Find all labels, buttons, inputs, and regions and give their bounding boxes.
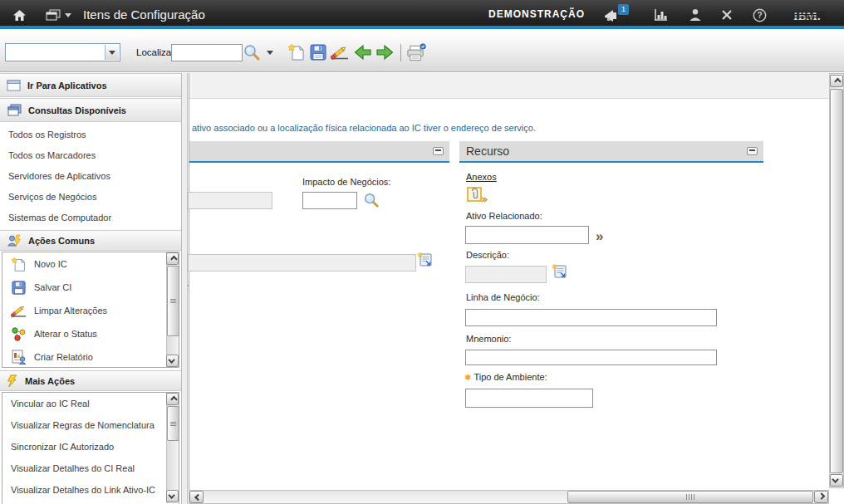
description-label: Descrição: [466, 250, 509, 260]
profile-icon[interactable] [686, 7, 704, 23]
ibm-logo: IBM. [792, 7, 827, 23]
sidebar-header-common-actions[interactable]: Ações Comuns [0, 230, 181, 251]
service-address-hint: ativo associado ou a localização física … [192, 123, 536, 133]
window-icon [7, 80, 21, 91]
description-readonly-field [465, 266, 547, 283]
left-panel-readonly-field-long [188, 254, 416, 272]
scrollbar-thumb[interactable] [567, 491, 813, 503]
action-view-naming-rules[interactable]: Visualizar Regras de Nomenclatura [2, 414, 179, 436]
business-line-label: Linha de Negócio: [466, 292, 540, 302]
action-view-asset-ci-link-details[interactable]: Visualizar Detalhes do Link Ativo-IC [2, 479, 179, 501]
scroll-up-icon[interactable] [166, 393, 179, 405]
notification-badge: 1 [618, 4, 629, 15]
action-new-ci[interactable]: Novo IC [2, 252, 179, 276]
common-actions-scrollbar[interactable] [166, 252, 179, 367]
query-computer-systems[interactable]: Sistemas de Computador [0, 208, 181, 228]
clear-changes-icon [9, 303, 27, 319]
record-header-strip [189, 73, 829, 99]
select-dropdown-icon[interactable] [105, 45, 119, 60]
mnemonic-input[interactable] [465, 350, 717, 365]
query-app-servers[interactable]: Servidores de Aplicativos [0, 166, 181, 187]
new-record-icon[interactable] [287, 42, 307, 63]
go-to-menu-icon[interactable] [45, 7, 71, 23]
svg-text:?: ? [757, 11, 762, 20]
print-icon[interactable] [406, 42, 426, 63]
business-impact-label: Impacto de Negócios: [302, 177, 390, 187]
action-clear-changes[interactable]: Limpar Alterações [2, 299, 179, 322]
action-sync-authorized-ci[interactable]: Sincronizar IC Autorizado [2, 436, 179, 458]
report-icon [9, 350, 27, 365]
stacked-windows-icon [7, 104, 22, 117]
query-all-bookmarks[interactable]: Todos os Marcadores [0, 145, 181, 166]
action-link-to-actual-ci[interactable]: Vincular ao IC Real [2, 393, 179, 414]
environment-type-input[interactable] [465, 389, 593, 408]
scrollbar-thumb[interactable] [830, 89, 843, 473]
required-marker-icon: ✱ [464, 373, 471, 382]
horizontal-scrollbar[interactable] [189, 490, 829, 504]
previous-record-icon[interactable] [352, 42, 372, 63]
attachments-clip-icon[interactable] [467, 187, 488, 208]
page-title: Itens de Configuração [83, 0, 205, 29]
scrollbar-thumb[interactable] [167, 406, 179, 441]
sidebar-header-queries[interactable]: Consultas Disponíveis [0, 98, 181, 122]
scroll-down-icon[interactable] [166, 355, 179, 367]
main-content: ativo associado ou a localização física … [189, 73, 829, 490]
sidebar-header-go-to[interactable]: Ir Para Aplicativos [0, 73, 181, 97]
record-query-select[interactable] [5, 43, 120, 61]
main-toolbar: Localizar: [0, 32, 844, 72]
svg-text:IBM.: IBM. [793, 9, 821, 22]
scroll-left-icon[interactable] [189, 491, 204, 503]
environment-label: DEMONSTRAÇÃO [488, 0, 585, 29]
left-panel-header [189, 141, 449, 163]
left-panel-readonly-field [188, 192, 272, 209]
search-icon[interactable] [242, 42, 262, 63]
app-header: Itens de Configuração DEMONSTRAÇÃO 1 ? I… [0, 0, 844, 29]
minimize-icon[interactable] [433, 147, 444, 155]
action-create-report[interactable]: Criar Relatório [2, 345, 179, 369]
lightning-icon [7, 374, 18, 388]
mnemonic-label: Mnemonio: [466, 334, 511, 344]
scroll-up-icon[interactable] [830, 75, 843, 87]
next-record-icon[interactable] [375, 42, 395, 63]
query-all-records[interactable]: Todos os Registros [0, 125, 181, 145]
action-view-actual-ci-details[interactable]: Visualizar Detalhes do CI Real [2, 458, 179, 479]
attachments-link[interactable]: Anexos [466, 172, 497, 182]
save-icon[interactable] [308, 42, 328, 63]
business-impact-input[interactable] [302, 192, 357, 209]
status-circles-icon [9, 326, 27, 341]
vertical-scrollbar[interactable] [829, 73, 844, 488]
query-business-services[interactable]: Serviços de Negócios [0, 187, 181, 208]
action-change-status[interactable]: Alterar o Status [2, 322, 179, 345]
resource-panel-title: Recurso [466, 144, 509, 158]
more-actions-scrollbar[interactable] [166, 393, 179, 503]
action-save-ci[interactable]: Salvar CI [2, 276, 179, 299]
sidebar: Ir Para Aplicativos Consultas Disponívei… [0, 73, 181, 504]
search-options-caret-icon[interactable] [263, 42, 277, 63]
reports-chart-icon[interactable] [651, 7, 670, 23]
sidebar-header-more-actions[interactable]: Mais Ações [0, 370, 181, 391]
common-actions-list: Novo IC Salvar CI Limpar Alterações Alte… [2, 252, 179, 368]
related-asset-input[interactable] [465, 226, 589, 244]
sidebar-splitter[interactable] [181, 73, 188, 504]
help-icon[interactable]: ? [750, 7, 768, 23]
sign-out-icon[interactable] [718, 7, 736, 23]
scroll-down-icon[interactable] [830, 474, 843, 487]
save-icon [9, 281, 27, 295]
scrollbar-thumb[interactable] [167, 266, 179, 336]
minimize-icon[interactable] [747, 147, 758, 155]
environment-type-label: ✱Tipo de Ambiente: [464, 372, 547, 382]
home-icon[interactable] [10, 7, 28, 23]
clear-changes-icon[interactable] [330, 42, 350, 63]
business-line-input[interactable] [465, 309, 717, 326]
long-description-icon[interactable] [417, 252, 434, 272]
more-actions-list: Vincular ao IC Real Visualizar Regras de… [2, 392, 179, 504]
long-description-icon[interactable] [552, 263, 568, 283]
new-record-icon [9, 257, 27, 272]
related-asset-label: Ativo Relacionado: [466, 211, 542, 221]
scroll-up-icon[interactable] [166, 252, 179, 265]
scroll-right-icon[interactable] [814, 491, 828, 503]
detail-menu-icon[interactable]: » [596, 229, 603, 243]
find-input[interactable] [171, 44, 243, 61]
scroll-down-icon[interactable] [166, 490, 179, 502]
business-impact-search-icon[interactable] [363, 192, 380, 212]
